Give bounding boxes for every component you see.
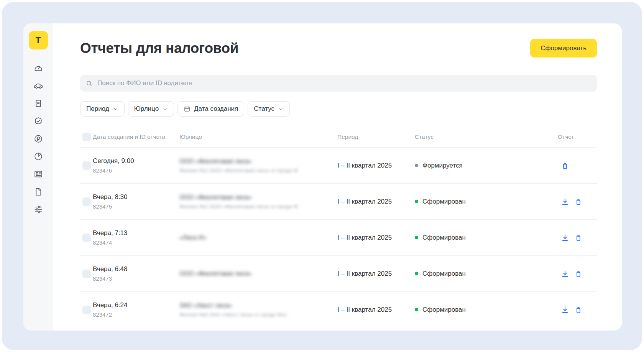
download-icon[interactable] — [561, 197, 569, 206]
legal-entity-name-redacted: «Лиса И» — [179, 234, 337, 241]
row-actions — [558, 197, 597, 206]
main-card: T — [23, 23, 622, 331]
filter-status-label: Статус — [254, 105, 274, 113]
document-icon[interactable] — [33, 187, 43, 197]
row-checkbox[interactable] — [82, 270, 91, 278]
report-period: I – II квартал 2025 — [337, 234, 415, 242]
filter-period-label: Период — [86, 105, 109, 113]
status-cell: Сформирован — [415, 234, 558, 242]
column-report: Отчет — [558, 133, 597, 140]
status-cell: Сформирован — [415, 198, 558, 206]
column-period: Период — [337, 133, 415, 140]
report-period: I – II квартал 2025 — [337, 198, 415, 206]
download-icon[interactable] — [561, 306, 569, 314]
legal-entity-name-redacted: ЗАО «Хвост лиса» — [179, 302, 337, 309]
status-label: Сформирован — [422, 234, 466, 242]
report-date: Вчера, 6:24 — [93, 301, 179, 309]
report-date: Вчера, 7:13 — [93, 229, 179, 237]
column-date-id: Дата создания и ID отчета — [93, 133, 179, 140]
report-id: 823474 — [93, 239, 179, 246]
page-title: Отчеты для налоговой — [80, 40, 238, 56]
filter-bar: Период Юрлицо Дата создания — [80, 101, 597, 117]
filter-legal-entity[interactable]: Юрлицо — [128, 101, 174, 117]
status-label: Сформирован — [422, 198, 466, 206]
badge-check-icon[interactable] — [33, 116, 43, 126]
report-date: Сегодня, 9:00 — [93, 157, 179, 165]
status-dot — [415, 164, 418, 167]
search-input[interactable] — [97, 79, 591, 87]
select-all-checkbox[interactable] — [82, 133, 91, 141]
report-id: 823473 — [93, 275, 179, 282]
download-icon[interactable] — [561, 234, 569, 242]
legal-entity-detail-redacted: Филиал №5 ЗАО «Хвост лиса» в городе Мос — [179, 312, 337, 317]
report-date: Вчера, 6:48 — [93, 265, 179, 273]
search-bar[interactable] — [80, 75, 597, 92]
pie-chart-icon[interactable] — [33, 151, 43, 161]
table-row: Сегодня, 9:00 823476 ООО «Фиолетовая лис… — [80, 147, 597, 183]
status-cell: Сформирован — [415, 306, 558, 314]
report-date: Вчера, 8:30 — [93, 193, 179, 201]
status-dot — [415, 272, 418, 275]
filter-period[interactable]: Период — [80, 101, 125, 117]
row-actions — [558, 306, 597, 314]
status-dot — [415, 200, 418, 203]
brand-logo[interactable]: T — [29, 31, 48, 49]
filter-creation-date[interactable]: Дата создания — [177, 101, 244, 117]
row-checkbox[interactable] — [82, 306, 91, 314]
receipt-icon[interactable] — [33, 99, 43, 109]
report-period: I – II квартал 2025 — [337, 162, 415, 169]
column-status: Статус — [415, 133, 558, 140]
status-label: Сформирован — [422, 306, 466, 314]
filter-status[interactable]: Статус — [248, 101, 290, 117]
sidebar: T — [23, 23, 53, 331]
chevron-down-icon — [113, 106, 118, 112]
gauge-icon[interactable] — [33, 63, 43, 73]
chevron-down-icon — [162, 106, 168, 112]
generate-report-button[interactable]: Сформировать — [530, 39, 597, 58]
status-cell: Формируется — [415, 162, 558, 169]
filter-legal-entity-label: Юрлицо — [134, 105, 159, 113]
filters-icon[interactable] — [33, 204, 43, 214]
table-row: Вчера, 6:24 823472 ЗАО «Хвост лиса» Фили… — [80, 291, 597, 327]
row-actions — [558, 270, 597, 278]
row-checkbox[interactable] — [82, 197, 91, 206]
delete-icon[interactable] — [574, 306, 583, 314]
delete-icon[interactable] — [574, 270, 583, 278]
report-id: 823472 — [93, 311, 179, 318]
row-checkbox[interactable] — [82, 234, 91, 242]
news-icon[interactable] — [33, 169, 43, 179]
table-row: Вчера, 7:13 823474 «Лиса И» I – II кварт… — [80, 219, 597, 255]
table-header: Дата создания и ID отчета Юрлицо Период … — [80, 127, 597, 147]
search-icon — [85, 80, 93, 87]
page-header: Отчеты для налоговой Сформировать — [80, 39, 597, 58]
legal-entity-name-redacted: ООО «Фиолетовая лиса» — [179, 270, 337, 277]
legal-entity-detail-redacted: Филиал №1 ООО «Фиолетовая лиса» в городе… — [179, 204, 337, 209]
row-actions — [558, 234, 597, 242]
legal-entity-detail-redacted: Филиал №1 ООО «Фиолетовая лиса» в городе… — [179, 168, 337, 173]
row-actions — [558, 161, 597, 170]
delete-icon[interactable] — [561, 161, 569, 170]
report-id: 823475 — [93, 203, 179, 210]
delete-icon[interactable] — [574, 197, 583, 206]
ruble-icon[interactable] — [33, 134, 43, 144]
status-dot — [415, 236, 418, 239]
download-icon[interactable] — [561, 270, 569, 278]
car-icon[interactable] — [33, 81, 43, 91]
main-content: Отчеты для налоговой Сформировать Период… — [53, 23, 622, 331]
row-checkbox[interactable] — [82, 161, 91, 170]
chevron-down-icon — [278, 106, 284, 112]
table-row: Вчера, 8:30 823475 ООО «Фиолетовая лиса»… — [80, 183, 597, 219]
delete-icon[interactable] — [574, 234, 583, 242]
status-dot — [415, 308, 418, 311]
filter-creation-date-label: Дата создания — [194, 105, 238, 113]
report-period: I – II квартал 2025 — [337, 306, 415, 314]
reports-table: Дата создания и ID отчета Юрлицо Период … — [80, 127, 597, 327]
column-legal-entity: Юрлицо — [179, 133, 337, 140]
report-period: I – II квартал 2025 — [337, 270, 415, 278]
app-window: T — [2, 2, 642, 350]
legal-entity-name-redacted: ООО «Фиолетовая лиса» — [179, 158, 337, 165]
status-cell: Сформирован — [415, 270, 558, 278]
status-label: Формируется — [422, 162, 463, 169]
report-id: 823476 — [93, 167, 179, 174]
table-row: Вчера, 6:48 823473 ООО «Фиолетовая лиса»… — [80, 255, 597, 291]
